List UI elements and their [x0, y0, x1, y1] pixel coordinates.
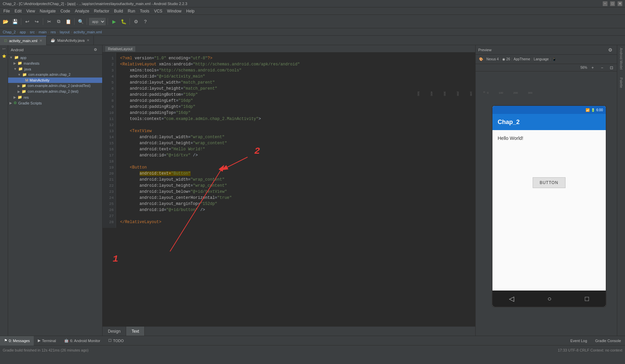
- project-sidebar: Android ⚙ ▼ 📁 app ▶ 📁 manifests ▼ 📁 java…: [8, 45, 103, 336]
- paste-button[interactable]: 📋: [64, 18, 72, 26]
- breadcrumb-item[interactable]: app: [20, 30, 26, 34]
- tab-main-activity-java[interactable]: ☕ MainActivity.java ✕: [47, 36, 94, 45]
- zoom-level: 56%: [580, 66, 587, 69]
- breadcrumb-item[interactable]: src: [30, 30, 35, 34]
- menu-item-view[interactable]: View: [24, 8, 37, 14]
- app-title: Chap_2: [498, 119, 520, 126]
- separator: [87, 18, 87, 25]
- menu-item-tools[interactable]: Tools: [138, 8, 151, 14]
- redo-button[interactable]: ↪: [33, 18, 41, 26]
- menu-item-file[interactable]: File: [1, 8, 12, 14]
- help-button[interactable]: ?: [141, 18, 149, 26]
- menu-item-analyze[interactable]: Analyze: [73, 8, 91, 14]
- code-content[interactable]: <?xml version="1.0" encoding="utf-8"?> <…: [116, 53, 475, 228]
- sidebar-settings-button[interactable]: ⚙: [91, 46, 100, 54]
- editor-breadcrumb: RelativeLayout: [103, 45, 475, 53]
- tree-item-manifests[interactable]: ▶ 📁 manifests: [8, 60, 102, 66]
- menu-item-run[interactable]: Run: [126, 8, 137, 14]
- menu-item-vcs[interactable]: VCS: [152, 8, 165, 14]
- breadcrumb-item[interactable]: layout: [60, 30, 69, 34]
- ruler-left: 0100200300400500: [480, 90, 486, 326]
- menu-item-refactor[interactable]: Refactor: [92, 8, 111, 14]
- hello-world-text: Hello World!: [498, 135, 600, 141]
- tab-text[interactable]: Text: [126, 327, 145, 336]
- copy-button[interactable]: ⧉: [55, 18, 63, 26]
- ruler-top: 0100200300: [486, 90, 607, 95]
- tree-item-res[interactable]: ▶ 📁 res: [8, 94, 102, 100]
- breadcrumb-item[interactable]: main: [39, 30, 47, 34]
- menu-item-edit[interactable]: Edit: [12, 8, 24, 14]
- menu-item-code[interactable]: Code: [58, 8, 72, 14]
- phone-body: Hello World! BUTTON: [492, 130, 606, 291]
- menu-item-window[interactable]: Window: [165, 8, 183, 14]
- window-controls: − □ ✕: [603, 1, 622, 6]
- messages-tab[interactable]: ⚑ 0: Messages: [0, 336, 34, 345]
- tree-item-pkg-test[interactable]: ▶ 📁 com.example.admin.chap_2 (androidTes…: [8, 83, 102, 89]
- separator: [130, 18, 130, 25]
- menu-item-build[interactable]: Build: [112, 8, 125, 14]
- favorites-tool-label[interactable]: ⭐: [1, 53, 6, 59]
- tree-item-main-activity[interactable]: ● M MainActivity: [8, 78, 102, 83]
- separator: [108, 18, 108, 25]
- android-monitor-tab[interactable]: 🤖 6: Android Monitor: [60, 336, 104, 345]
- event-log-tab[interactable]: Event Log: [566, 336, 591, 345]
- preview-header: Preview ⚙: [476, 45, 617, 55]
- zoom-fit-button[interactable]: ⊡: [607, 64, 616, 72]
- close-button[interactable]: ✕: [618, 1, 622, 6]
- tree-item-pkg-main[interactable]: ▼ 📁 com.example.admin.chap_2: [8, 72, 102, 78]
- phone-nav-bar: ◁ ○ □: [492, 291, 606, 307]
- maximize-button[interactable]: □: [610, 1, 615, 6]
- undo-button[interactable]: ↩: [23, 18, 31, 26]
- todo-icon: ☐: [108, 338, 112, 343]
- line-numbers: 12345 678910 1112131415 1617181920 21222…: [103, 53, 116, 228]
- tab-activity-main-xml[interactable]: ⊡ activity_main.xml ✕: [0, 36, 47, 45]
- minimize-button[interactable]: −: [603, 1, 607, 6]
- breadcrumb-item[interactable]: Chap_2: [3, 30, 16, 34]
- open-button[interactable]: 📂: [1, 18, 9, 26]
- menu-item-navigate[interactable]: Navigate: [38, 8, 58, 14]
- gradle-console-tab[interactable]: Gradle Console: [591, 336, 625, 345]
- bottom-panel: ⚑ 0: Messages ▶ Terminal 🤖 6: Android Mo…: [0, 336, 625, 355]
- todo-tab[interactable]: ☐ TODO: [104, 336, 128, 345]
- sidebar-header: Android ⚙: [8, 45, 102, 55]
- cut-button[interactable]: ✂: [45, 18, 53, 26]
- app-dropdown[interactable]: app: [89, 18, 106, 25]
- preview-settings-button[interactable]: ⚙: [606, 46, 614, 54]
- project-tool-label[interactable]: 1: [1, 47, 6, 51]
- status-info: 17:33 UTF-8 CRLF Context: no context: [558, 348, 622, 352]
- save-button[interactable]: 💾: [11, 18, 19, 26]
- preview-theme-button[interactable]: 🎨: [477, 55, 485, 63]
- tab-design[interactable]: Design: [103, 327, 126, 336]
- android-icon: 🤖: [64, 338, 69, 343]
- terminal-icon: ▶: [38, 338, 40, 343]
- phone-action-bar: Chap_2: [492, 114, 606, 130]
- android-model-label[interactable]: Android Model: [619, 47, 624, 71]
- preview-title: Preview: [478, 48, 491, 52]
- run-button[interactable]: ▶: [110, 18, 118, 26]
- palette-label[interactable]: Palette: [619, 75, 624, 91]
- search-button[interactable]: 🔍: [77, 18, 85, 26]
- editor-breadcrumb-label: RelativeLayout: [105, 46, 135, 52]
- terminal-tab[interactable]: ▶ Terminal: [34, 336, 60, 345]
- tree-item-pkg-test2[interactable]: ▶ 📁 com.example.admin.chap_2 (test): [8, 89, 102, 94]
- palette-panel: Palette: [617, 75, 625, 210]
- menu-item-help[interactable]: Help: [184, 8, 197, 14]
- theme-label: AppTheme: [514, 57, 530, 61]
- separator: [74, 18, 75, 25]
- preview-button: BUTTON: [533, 177, 565, 188]
- sidebar-title: Android: [11, 48, 90, 52]
- breadcrumb-item[interactable]: res: [51, 30, 56, 34]
- zoom-in-button[interactable]: +: [589, 64, 597, 72]
- menu-bar: FileEditViewNavigateCodeAnalyzeRefactorB…: [0, 7, 625, 15]
- tab-bar: ⊡ activity_main.xml ✕ ☕ MainActivity.jav…: [0, 36, 625, 45]
- zoom-out-button[interactable]: −: [598, 64, 606, 72]
- settings-button[interactable]: ⚙: [132, 18, 140, 26]
- tree-item-app[interactable]: ▼ 📁 app: [8, 55, 102, 60]
- title-text: Chap_2 - [C:\Andriodprotect\Chap_2] - [a…: [3, 2, 187, 6]
- device-label: Nexus 4: [486, 57, 499, 61]
- tree-item-java[interactable]: ▼ 📁 java: [8, 66, 102, 72]
- breadcrumb-item[interactable]: activity_main.xml: [74, 30, 102, 34]
- api-label: ◉ 26: [502, 57, 510, 61]
- debug-button[interactable]: 🐛: [119, 18, 127, 26]
- tree-item-gradle[interactable]: ▶ ⚙ Gradle Scripts: [8, 100, 102, 106]
